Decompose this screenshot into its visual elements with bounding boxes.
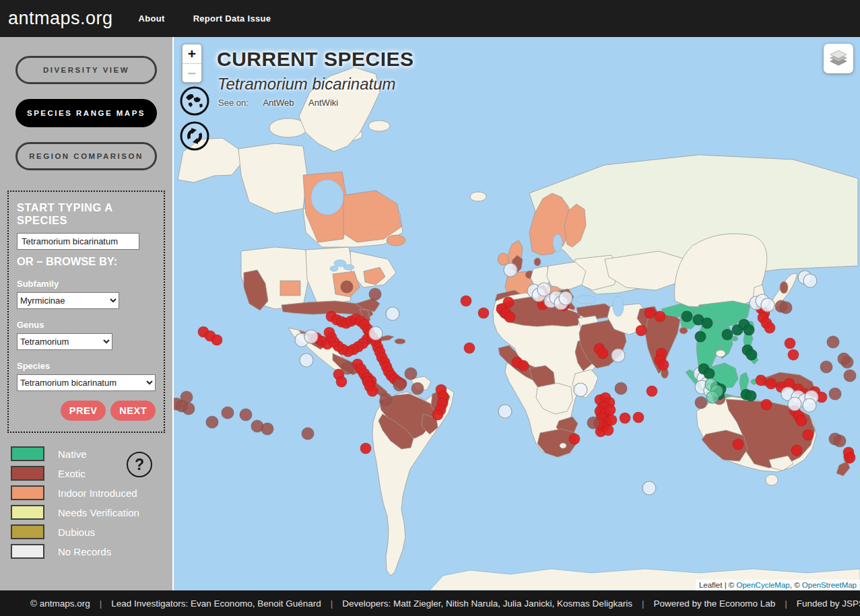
occurrence-point[interactable] xyxy=(761,399,772,410)
occurrence-point[interactable] xyxy=(658,360,669,370)
diversity-view-button[interactable]: DIVERSITY VIEW xyxy=(15,56,157,84)
occurrence-point[interactable] xyxy=(504,312,515,322)
prev-species-button[interactable]: PREV xyxy=(61,401,106,421)
occurrence-point[interactable] xyxy=(785,338,795,349)
occurrence-point[interactable] xyxy=(504,263,517,277)
occurrence-point[interactable] xyxy=(380,393,392,405)
occurrence-point[interactable] xyxy=(341,281,353,293)
occurrence-point[interactable] xyxy=(702,318,713,329)
occurrence-point[interactable] xyxy=(302,427,314,440)
antweb-link[interactable]: AntWeb xyxy=(263,98,294,108)
occurrence-point[interactable] xyxy=(733,439,743,450)
occurrence-point[interactable] xyxy=(304,330,318,343)
occurrence-point[interactable] xyxy=(838,353,850,365)
region-comparison-button[interactable]: REGION COMPARISON xyxy=(15,142,157,170)
occurrence-point[interactable] xyxy=(642,481,656,495)
species-select[interactable]: Tetramorium bicarinatum xyxy=(17,374,156,391)
openstreetmap-link[interactable]: OpenStreetMap xyxy=(802,581,857,589)
globe-reset-view-button[interactable] xyxy=(179,85,210,116)
legend-help-icon[interactable]: ? xyxy=(127,452,152,477)
occurrence-point[interactable] xyxy=(827,336,839,348)
occurrence-point[interactable] xyxy=(743,324,754,335)
occurrence-point[interactable] xyxy=(845,452,855,463)
occurrence-point[interactable] xyxy=(405,368,417,380)
occurrence-point[interactable] xyxy=(695,397,707,409)
occurrence-point[interactable] xyxy=(183,403,195,415)
occurrence-point[interactable] xyxy=(606,415,617,425)
occurrence-point[interactable] xyxy=(746,349,757,360)
occurrence-point[interactable] xyxy=(336,376,347,387)
occurrence-point[interactable] xyxy=(180,391,193,403)
occurrence-point[interactable] xyxy=(211,335,222,345)
occurrence-point[interactable] xyxy=(603,425,614,436)
occurrence-point[interactable] xyxy=(756,375,766,386)
occurrence-point[interactable] xyxy=(644,308,655,318)
occurrence-point[interactable] xyxy=(559,292,572,305)
opencyclemap-link[interactable]: OpenCycleMap xyxy=(736,581,789,589)
occurrence-point[interactable] xyxy=(722,329,733,340)
occurrence-point[interactable] xyxy=(411,382,424,395)
refresh-map-button[interactable] xyxy=(179,121,210,151)
occurrence-point[interactable] xyxy=(803,430,814,440)
occurrence-point[interactable] xyxy=(820,361,832,373)
occurrence-point[interactable] xyxy=(766,378,776,389)
occurrence-point[interactable] xyxy=(706,391,719,403)
occurrence-point[interactable] xyxy=(704,368,715,379)
occurrence-point[interactable] xyxy=(367,386,378,397)
occurrence-point[interactable] xyxy=(620,413,630,423)
occurrence-point[interactable] xyxy=(796,415,807,426)
leaflet-credit[interactable]: Leaflet xyxy=(699,581,723,589)
occurrence-point[interactable] xyxy=(834,435,846,447)
occurrence-point[interactable] xyxy=(478,308,489,318)
occurrence-point[interactable] xyxy=(788,349,799,360)
occurrence-point[interactable] xyxy=(206,416,218,428)
zoom-in-button[interactable]: + xyxy=(183,44,201,63)
occurrence-point[interactable] xyxy=(261,423,273,435)
occurrence-point[interactable] xyxy=(574,383,587,397)
occurrence-point[interactable] xyxy=(518,360,529,371)
subfamily-select[interactable]: Myrmicinae xyxy=(17,292,119,309)
occurrence-point[interactable] xyxy=(341,362,354,374)
occurrence-point[interactable] xyxy=(587,417,599,429)
occurrence-point[interactable] xyxy=(240,409,252,421)
occurrence-point[interactable] xyxy=(829,388,841,400)
zoom-out-button[interactable]: − xyxy=(183,63,201,82)
occurrence-point[interactable] xyxy=(636,325,647,336)
occurrence-point[interactable] xyxy=(222,407,234,419)
occurrence-point[interactable] xyxy=(461,296,471,306)
species-range-maps-button[interactable]: SPECIES RANGE MAPS xyxy=(15,99,157,127)
occurrence-point[interactable] xyxy=(791,445,802,456)
nav-link-report-data-issue[interactable]: Report Data Issue xyxy=(193,13,271,24)
occurrence-point[interactable] xyxy=(393,379,405,391)
world-map-canvas[interactable] xyxy=(174,37,860,590)
occurrence-point[interactable] xyxy=(647,386,657,397)
layers-control[interactable] xyxy=(824,44,853,73)
occurrence-point[interactable] xyxy=(788,397,801,411)
occurrence-point[interactable] xyxy=(324,327,335,338)
occurrence-point[interactable] xyxy=(682,311,692,322)
occurrence-point[interactable] xyxy=(764,322,775,333)
occurrence-point[interactable] xyxy=(761,298,774,312)
occurrence-point[interactable] xyxy=(605,405,616,415)
genus-select[interactable]: Tetramorium xyxy=(17,333,112,350)
occurrence-point[interactable] xyxy=(803,274,817,287)
occurrence-point[interactable] xyxy=(655,311,665,322)
occurrence-point[interactable] xyxy=(498,405,512,418)
occurrence-point[interactable] xyxy=(597,348,608,359)
occurrence-point[interactable] xyxy=(300,353,313,367)
occurrence-point[interactable] xyxy=(369,327,383,340)
occurrence-point[interactable] xyxy=(464,343,475,353)
occurrence-point[interactable] xyxy=(386,307,399,320)
occurrence-point[interactable] xyxy=(695,331,706,342)
nav-link-about[interactable]: About xyxy=(139,13,165,24)
occurrence-point[interactable] xyxy=(780,302,792,314)
world-map[interactable]: CURRENT SPECIES Tetramorium bicarinatum … xyxy=(174,37,860,590)
occurrence-point[interactable] xyxy=(633,412,644,423)
next-species-button[interactable]: NEXT xyxy=(110,401,156,421)
occurrence-point[interactable] xyxy=(432,409,443,420)
species-search-input[interactable] xyxy=(17,233,139,250)
occurrence-point[interactable] xyxy=(611,349,625,362)
occurrence-point[interactable] xyxy=(369,288,381,300)
occurrence-point[interactable] xyxy=(844,370,856,382)
occurrence-point[interactable] xyxy=(746,390,756,401)
